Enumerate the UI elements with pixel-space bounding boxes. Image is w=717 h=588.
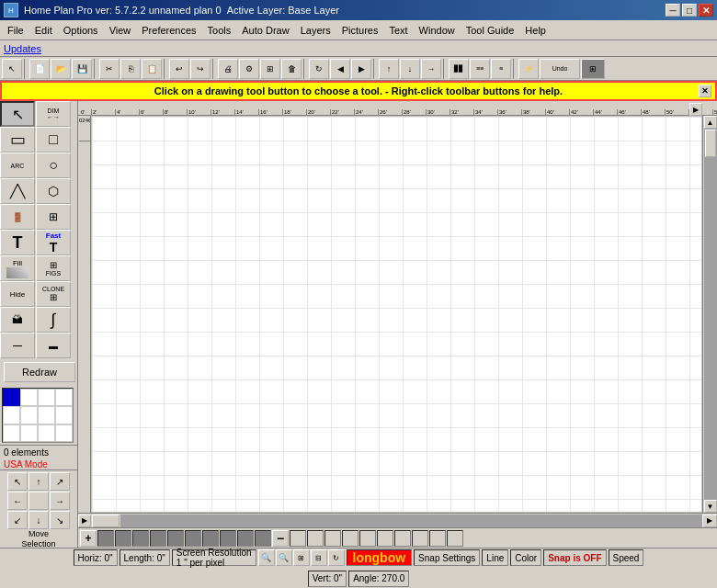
move-arrow-s[interactable]: ↓: [28, 511, 49, 529]
menu-tools[interactable]: Tools: [202, 23, 237, 38]
toolbar-redo[interactable]: ↪: [190, 59, 211, 79]
drawing-canvas[interactable]: [91, 116, 702, 513]
terrain-tool-button[interactable]: 🏔: [0, 307, 35, 333]
color-white2[interactable]: [38, 389, 55, 406]
toolbar-up[interactable]: ↑: [379, 59, 399, 79]
toolbar-settings[interactable]: ⚙: [239, 59, 259, 79]
select-tool-button[interactable]: ↖: [0, 101, 35, 127]
dot-2[interactable]: [115, 530, 131, 547]
hrect-tool-button[interactable]: ▬: [36, 333, 71, 358]
zoom-scroll-button[interactable]: ↻: [328, 549, 345, 566]
toolbar-copy[interactable]: ⎘: [120, 59, 141, 79]
color-white11[interactable]: [55, 424, 73, 442]
dot-8[interactable]: [220, 530, 236, 547]
toolbar-grid[interactable]: ⊞: [260, 59, 280, 79]
color-blue[interactable]: [3, 389, 20, 406]
toolbar-undo[interactable]: ↩: [169, 59, 189, 79]
dot2-9[interactable]: [429, 530, 446, 547]
menu-edit[interactable]: Edit: [29, 23, 58, 38]
toolbar-print[interactable]: 🖨: [218, 59, 238, 79]
arc-tool-button[interactable]: ARC: [0, 153, 35, 178]
fill-tool-button[interactable]: Fill: [0, 255, 35, 281]
toolbar-save[interactable]: 💾: [72, 59, 92, 79]
color-white9[interactable]: [20, 424, 38, 442]
dot2-1[interactable]: [290, 530, 306, 547]
minimize-button[interactable]: ─: [666, 4, 680, 17]
redraw-button[interactable]: Redraw: [4, 362, 75, 382]
move-arrow-sw[interactable]: ↙: [7, 511, 28, 529]
toolbar-cut[interactable]: ✂: [99, 59, 120, 79]
color-white10[interactable]: [38, 424, 55, 442]
dot2-10[interactable]: [447, 530, 463, 547]
zoom-out-button[interactable]: 🔍: [276, 549, 292, 566]
dot2-2[interactable]: [307, 530, 324, 547]
dot2-4[interactable]: [342, 530, 358, 547]
circle-tool-button[interactable]: ○: [36, 153, 71, 178]
toolbar-speed[interactable]: ⚡: [518, 59, 539, 79]
door-tool-button[interactable]: 🚪: [0, 204, 35, 230]
zoom-plus-button[interactable]: +: [80, 530, 97, 547]
dim-tool-button[interactable]: DIM ←→: [36, 101, 71, 127]
fast-text-button[interactable]: Fast T: [36, 230, 71, 255]
dot-1[interactable]: [97, 530, 114, 547]
menu-auto-draw[interactable]: Auto Draw: [236, 23, 294, 38]
toolbar-select[interactable]: ↖: [2, 59, 22, 79]
color-white7[interactable]: [55, 406, 73, 424]
toolbar-bar1[interactable]: ▊▊: [449, 59, 469, 79]
dot-10[interactable]: [255, 530, 271, 547]
close-button[interactable]: ✕: [699, 4, 713, 17]
dot2-6[interactable]: [377, 530, 393, 547]
toolbar-next[interactable]: ▶: [351, 59, 371, 79]
move-arrow-n[interactable]: ↑: [28, 472, 49, 491]
dot2-3[interactable]: [324, 530, 341, 547]
toolbar-bar2[interactable]: ≡≡: [470, 59, 490, 79]
color-white3[interactable]: [55, 389, 73, 406]
move-arrow-se[interactable]: ↘: [50, 511, 70, 529]
dot2-8[interactable]: [412, 530, 428, 547]
color-white[interactable]: [20, 389, 38, 406]
dot2-7[interactable]: [394, 530, 411, 547]
snap-settings-btn[interactable]: Snap Settings: [414, 549, 480, 566]
toolbar-paste[interactable]: 📋: [142, 59, 162, 79]
toolbar-delete[interactable]: 🗑: [281, 59, 302, 79]
dot-9[interactable]: [237, 530, 254, 547]
zoom-fit-button[interactable]: ⊞: [293, 549, 310, 566]
move-arrow-ne[interactable]: ↗: [50, 472, 70, 491]
dot-7[interactable]: [202, 530, 219, 547]
move-arrow-w[interactable]: ←: [7, 492, 28, 510]
dot-4[interactable]: [150, 530, 166, 547]
toolbar-undo2[interactable]: Undo: [540, 59, 580, 79]
toolbar-down[interactable]: ↓: [400, 59, 420, 79]
line-tool-button[interactable]: ╱╲: [0, 178, 35, 204]
window-tool-button[interactable]: ⊞: [36, 204, 71, 230]
toolbar-new[interactable]: 📄: [29, 59, 50, 79]
zoom-prev-button[interactable]: ⊟: [311, 549, 327, 566]
toolbar-right[interactable]: →: [421, 59, 441, 79]
move-arrow-e[interactable]: →: [50, 492, 70, 510]
poly-tool-button[interactable]: ⬡: [36, 178, 71, 204]
vscroll-up-arrow[interactable]: ▲: [704, 116, 717, 129]
menu-tool-guide[interactable]: Tool Guide: [461, 23, 520, 38]
toolbar-rotate[interactable]: ↻: [309, 59, 329, 79]
hscroll-thumb-left[interactable]: [92, 514, 120, 527]
dot-6[interactable]: [185, 530, 201, 547]
color-grid[interactable]: [2, 388, 74, 443]
clone-tool-button[interactable]: CLONE ⊞: [36, 281, 71, 307]
curve-tool-button[interactable]: ∫: [36, 307, 71, 333]
dot-5[interactable]: [167, 530, 184, 547]
figs-tool-button[interactable]: ⊞ FIGS: [36, 255, 71, 281]
hscroll-right-btn[interactable]: ▶: [702, 514, 717, 527]
color-white6[interactable]: [38, 406, 55, 424]
color-white8[interactable]: [3, 424, 20, 442]
wall-tool-button[interactable]: ▭: [0, 127, 35, 153]
toolbar-open[interactable]: 📂: [51, 59, 71, 79]
close-banner-button[interactable]: ✕: [699, 85, 711, 97]
zoom-minus-button[interactable]: −: [272, 530, 289, 547]
rect-tool-button[interactable]: □: [36, 127, 71, 153]
vscroll-thumb[interactable]: [705, 130, 716, 157]
menu-text[interactable]: Text: [383, 23, 413, 38]
hline-tool-button[interactable]: ─: [0, 333, 35, 358]
scroll-right-arrow[interactable]: ▶: [78, 514, 91, 527]
menu-view[interactable]: View: [104, 23, 137, 38]
ruler-right-arrow[interactable]: ▶: [689, 103, 702, 116]
